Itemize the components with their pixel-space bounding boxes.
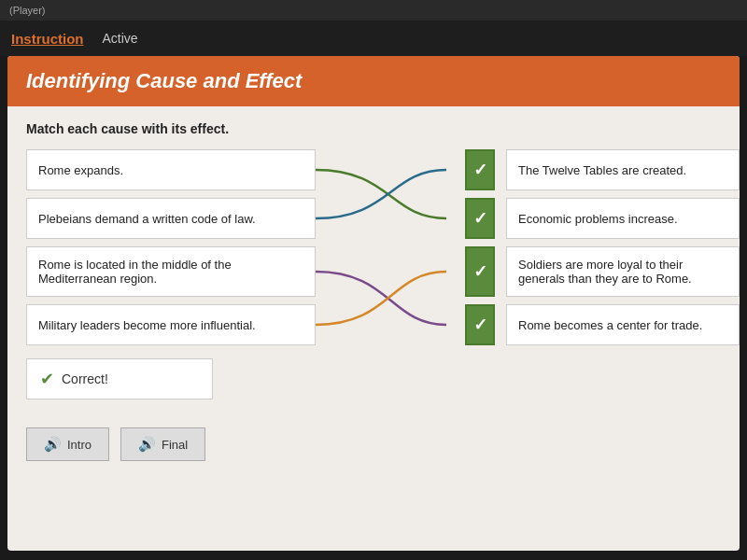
speaker-icon-intro: 🔊 [44, 436, 62, 453]
cause-box-1[interactable]: Rome expands. [26, 149, 316, 190]
effect-box-2[interactable]: Economic problems increase. [506, 198, 740, 239]
header-band: Identifying Cause and Effect [7, 56, 740, 106]
intro-button[interactable]: 🔊 Intro [26, 427, 109, 461]
correct-icon: ✔ [40, 369, 54, 389]
nav-instruction[interactable]: Instruction [11, 31, 84, 47]
check-4: ✓ [465, 304, 495, 345]
final-button[interactable]: 🔊 Final [120, 427, 205, 461]
speaker-icon-final: 🔊 [138, 436, 156, 453]
cause-box-3[interactable]: Rome is located in the middle of the Med… [26, 246, 316, 297]
cause-box-2[interactable]: Plebeians demand a written code of law. [26, 198, 316, 239]
correct-label: Correct! [62, 371, 108, 386]
causes-col: Rome expands. Plebeians demand a written… [26, 149, 316, 345]
effect-box-4[interactable]: Rome becomes a center for trade. [506, 304, 740, 345]
final-label: Final [162, 438, 188, 452]
instruction-text: Match each cause with its effect. [26, 121, 721, 136]
check-2: ✓ [465, 198, 495, 239]
cause-box-4[interactable]: Military leaders become more influential… [26, 304, 316, 345]
effect-box-1[interactable]: The Twelve Tables are created. [506, 149, 740, 190]
effect-box-3[interactable]: Soldiers are more loyal to their general… [506, 246, 740, 297]
intro-label: Intro [67, 438, 92, 452]
nav-active: Active [103, 31, 138, 46]
page-title: Identifying Cause and Effect [26, 69, 721, 93]
top-bar: (Player) [0, 0, 747, 21]
checks-col: ✓ ✓ ✓ ✓ [465, 149, 499, 345]
top-bar-text: (Player) [9, 5, 46, 16]
main-content: Identifying Cause and Effect Match each … [7, 56, 740, 551]
connector-lines [316, 149, 465, 345]
correct-bar: ✔ Correct! [26, 358, 213, 399]
effects-col: The Twelve Tables are created. Economic … [506, 149, 740, 345]
bottom-bar: 🔊 Intro 🔊 Final [26, 427, 721, 461]
nav-bar: Instruction Active [0, 21, 747, 56]
content-area: Match each cause with its effect. Rome e… [7, 106, 740, 476]
check-1: ✓ [465, 149, 495, 190]
check-3: ✓ [465, 246, 495, 297]
